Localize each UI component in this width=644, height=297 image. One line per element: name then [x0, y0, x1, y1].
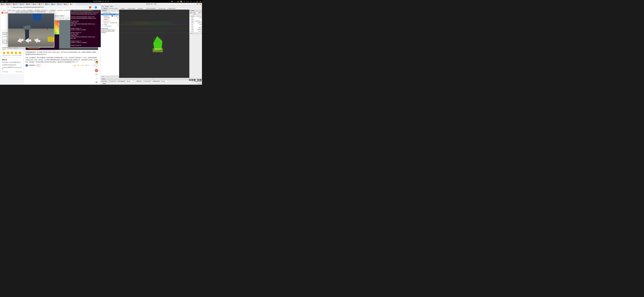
panel-titlebar[interactable]: ⎓ Views □ × — [190, 10, 202, 12]
view-target[interactable]: Targ…<Fixed Fra… — [190, 20, 202, 22]
clock-label[interactable]: 4月24日 星期三 15 : 38 : 05 — [93, 1, 109, 2]
archive-year[interactable]: 2021年 8篇 — [2, 71, 8, 73]
view-yaw[interactable]: Yaw3.0554 — [190, 27, 202, 29]
browser-tab[interactable]: lleg× — [32, 3, 38, 5]
smile-emoji-icon[interactable]: 😊 — [15, 52, 17, 54]
menu-dots-icon[interactable]: ⋯ — [174, 1, 176, 2]
reset-button[interactable]: Reset — [101, 83, 107, 84]
tree-background[interactable]: Backgrou…48; 48; 48 — [101, 15, 119, 17]
close-icon[interactable]: × — [74, 4, 74, 5]
rviz-titlebar[interactable]: default.rviz* - RViz — [101, 3, 202, 6]
browser-tab[interactable]: C记录× — [12, 3, 19, 6]
archive-year[interactable]: 2020年 22篇 — [15, 71, 22, 73]
film-icon[interactable]: ▣ — [177, 1, 179, 2]
bluetooth-icon[interactable]: ⎋ — [193, 1, 195, 2]
float-chart-icon[interactable]: 📈 — [95, 65, 98, 68]
panel-undock-icon[interactable]: □ — [152, 78, 153, 80]
tree-pointcloud2[interactable]: ▸∴PointCloud2✔ — [101, 25, 119, 27]
browser-menu-button[interactable]: ⋮ — [98, 6, 100, 9]
tool-focus-camera[interactable]: ✦Focus Camera — [126, 8, 136, 10]
close-icon[interactable]: × — [11, 4, 12, 5]
panel-close-icon[interactable]: × — [201, 10, 202, 11]
menu-help[interactable]: Help — [110, 6, 113, 7]
close-icon[interactable]: × — [43, 4, 44, 5]
view-pitch[interactable]: Pitch0.100204 — [190, 29, 202, 30]
back-button[interactable]: ← — [1, 6, 3, 9]
mail-icon[interactable]: ✉ — [183, 1, 185, 2]
maximize-icon[interactable] — [51, 12, 52, 13]
panel-handle-icon[interactable]: ⎓ — [190, 10, 190, 11]
time-panel-titlebar[interactable]: ⎓ Time □ × — [101, 78, 202, 80]
share-button[interactable]: ↗ — [90, 65, 92, 66]
tool-select[interactable]: □Select — [119, 8, 125, 10]
article-link[interactable]: rosbag点云数据保存为bin,ply,pcd文件 — [2, 67, 22, 70]
terminal-titlebar[interactable]: ⊞ /home/autoware/Autoware/install/auto… — [70, 10, 101, 12]
assistant-avatar-icon[interactable]: 🧑 — [95, 60, 99, 64]
ime-en-icon[interactable]: 英 — [192, 79, 193, 81]
power-icon[interactable]: ⏻ — [200, 1, 201, 2]
app-menu-label[interactable]: rviz ▾ — [5, 1, 8, 2]
ext-icon[interactable]: ● — [89, 6, 91, 8]
new-tab-icon[interactable]: ⊞ — [71, 10, 72, 11]
browser-tab[interactable]: ddoc× — [51, 3, 57, 5]
volume-icon[interactable]: 🔊 — [196, 1, 198, 2]
ext-icon[interactable]: ▶ — [95, 6, 97, 8]
author-name[interactable]: 叫我李先生 — [29, 65, 35, 66]
tree-fixed-frame[interactable]: Fixed Framerslidar — [101, 14, 119, 15]
close-icon[interactable]: × — [68, 4, 68, 5]
image-view2-window[interactable]: image_view2 [/image_rectified]（于 3a93418… — [8, 11, 54, 48]
tree-grid[interactable]: ▸▦Grid✔ — [101, 24, 119, 25]
float-comment-icon[interactable]: 💬 — [95, 73, 98, 76]
panel-close-icon[interactable]: × — [118, 10, 118, 11]
terminal-window[interactable]: ⊞ /home/autoware/Autoware/install/auto… … — [70, 10, 101, 47]
dislike-button[interactable]: 👎 — [78, 65, 79, 66]
browser-tab[interactable]: C无× — [0, 3, 6, 6]
angry-emoji-icon[interactable]: 😠 — [3, 52, 5, 54]
grin-emoji-icon[interactable]: 😄 — [19, 52, 21, 54]
reload-button[interactable]: ⟳ — [7, 6, 9, 9]
browser-tab[interactable]: C相机× — [26, 3, 32, 6]
csdn-logo[interactable]: 🅲 CSDN — [2, 12, 8, 14]
float-note-icon[interactable]: ✎ — [95, 69, 98, 72]
minimize-icon[interactable] — [197, 4, 198, 5]
view-focal[interactable]: Foc…0.05 — [190, 24, 202, 25]
close-icon[interactable]: × — [24, 4, 25, 5]
close-icon[interactable] — [200, 4, 201, 5]
float-edit-icon[interactable]: ✎ — [95, 77, 98, 80]
browser-tab[interactable]: C便用× — [6, 3, 12, 6]
view-type-combo[interactable]: Orbit (rviz) ▾ — [193, 12, 198, 15]
displays-tree[interactable]: ▾⚙Global Opti… Fixed Framerslidar Backgr… — [101, 12, 119, 27]
rviz-3d-view[interactable] — [119, 10, 189, 78]
camera-canvas[interactable] — [8, 14, 54, 47]
views-properties[interactable]: ▾Curren…Orbit (rviz) Nea…0.01 Inve… Targ… — [190, 15, 202, 32]
tool-measure[interactable]: 📏Measure — [136, 8, 144, 10]
panel-handle-icon[interactable]: ⎓ — [101, 10, 102, 11]
activities-label[interactable]: 活动 — [1, 1, 3, 2]
view-focal-point[interactable]: ▸Foc…0; 0; 0 — [190, 30, 202, 32]
ime-pinyin-icon[interactable]: 拼 — [189, 79, 191, 81]
float-skin-icon[interactable]: 👕 — [95, 84, 98, 85]
bookmark-link[interactable]: ◉崩铁WIKI — [64, 10, 71, 11]
neutral-emoji-icon[interactable]: 😐 — [11, 52, 13, 54]
save-view-button[interactable]: Save — [190, 32, 194, 34]
article-link[interactable]: 多雷达标定（有/无共视区域均可） — [2, 62, 22, 63]
tree-default-light[interactable]: Default Li…✔ — [101, 19, 119, 20]
close-icon[interactable]: × — [18, 4, 18, 5]
tree-global-options[interactable]: ▾⚙Global Opti… — [101, 12, 119, 14]
view-focal2[interactable]: Foc…✔ — [190, 25, 202, 27]
minimize-icon[interactable] — [49, 12, 50, 13]
close-icon[interactable]: × — [31, 4, 31, 5]
browser-tab-active[interactable]: CAut× — [70, 3, 76, 5]
chrome-icon[interactable] — [180, 1, 182, 2]
close-icon[interactable]: × — [36, 4, 37, 5]
tool-interact[interactable]: ↔Interact — [101, 8, 108, 10]
square-icon[interactable]: ▢ — [200, 79, 202, 81]
close-icon[interactable] — [52, 12, 54, 13]
tree-fixed-frame-status[interactable]: ●Fixed Fr…No tf data. Actu… — [101, 22, 119, 24]
article-link[interactable]: Shell脚本定时器压缩文件 — [2, 64, 22, 66]
bookmark-link[interactable]: ◉崩铁WIKI — [57, 10, 63, 11]
float-headset-icon[interactable]: 🎧 — [95, 80, 98, 84]
panel-handle-icon[interactable]: ⎓ — [101, 78, 102, 80]
panel-undock-icon[interactable]: □ — [112, 10, 112, 11]
ext-icon[interactable]: ⊞ — [92, 6, 94, 8]
